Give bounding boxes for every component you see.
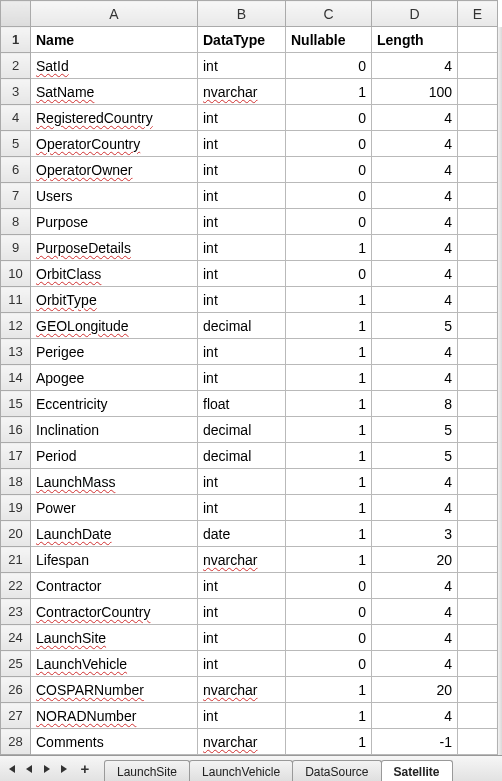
cell[interactable] xyxy=(458,469,498,495)
row-header[interactable]: 16 xyxy=(1,417,31,443)
sheet-tab[interactable]: LaunchVehicle xyxy=(189,760,293,781)
table-row[interactable]: 1 Name DataType Nullable Length xyxy=(1,27,498,53)
cell[interactable] xyxy=(458,365,498,391)
cell[interactable] xyxy=(458,287,498,313)
cell[interactable] xyxy=(458,599,498,625)
cell[interactable]: Contractor xyxy=(31,573,198,599)
cell[interactable]: 0 xyxy=(286,53,372,79)
cell[interactable] xyxy=(458,417,498,443)
cell[interactable]: 0 xyxy=(286,261,372,287)
table-row[interactable]: 19Powerint14 xyxy=(1,495,498,521)
table-row[interactable]: 2SatIdint04 xyxy=(1,53,498,79)
table-row[interactable]: 25LaunchVehicleint04 xyxy=(1,651,498,677)
cell[interactable]: 4 xyxy=(372,53,458,79)
cell[interactable]: 0 xyxy=(286,131,372,157)
cell[interactable]: 5 xyxy=(372,313,458,339)
cell[interactable]: int xyxy=(198,495,286,521)
cell[interactable]: RegisteredCountry xyxy=(31,105,198,131)
cell[interactable]: int xyxy=(198,261,286,287)
table-row[interactable]: 22Contractorint04 xyxy=(1,573,498,599)
cell[interactable] xyxy=(458,157,498,183)
cell[interactable] xyxy=(458,53,498,79)
cell[interactable]: int xyxy=(198,599,286,625)
cell[interactable]: 1 xyxy=(286,339,372,365)
col-header-D[interactable]: D xyxy=(372,1,458,27)
cell[interactable]: 4 xyxy=(372,469,458,495)
cell[interactable]: NORADNumber xyxy=(31,703,198,729)
cell[interactable]: 4 xyxy=(372,131,458,157)
prev-sheet-icon[interactable] xyxy=(20,759,38,779)
cell[interactable]: Comments xyxy=(31,729,198,755)
cell[interactable]: 4 xyxy=(372,209,458,235)
cell[interactable]: GEOLongitude xyxy=(31,313,198,339)
col-header-E[interactable]: E xyxy=(458,1,498,27)
cell[interactable] xyxy=(458,105,498,131)
cell[interactable] xyxy=(458,209,498,235)
cell[interactable]: ContractorCountry xyxy=(31,599,198,625)
cell[interactable]: Name xyxy=(31,27,198,53)
table-row[interactable]: 17Perioddecimal15 xyxy=(1,443,498,469)
cell[interactable]: int xyxy=(198,53,286,79)
row-header[interactable]: 28 xyxy=(1,729,31,755)
cell[interactable]: 0 xyxy=(286,573,372,599)
row-header[interactable]: 1 xyxy=(1,27,31,53)
cell[interactable]: nvarchar xyxy=(198,547,286,573)
cell[interactable]: 4 xyxy=(372,365,458,391)
table-row[interactable]: 28Commentsnvarchar1-1 xyxy=(1,729,498,755)
cell[interactable]: Perigee xyxy=(31,339,198,365)
cell[interactable]: SatId xyxy=(31,53,198,79)
table-row[interactable]: 9PurposeDetailsint14 xyxy=(1,235,498,261)
cell[interactable]: PurposeDetails xyxy=(31,235,198,261)
sheet-tab[interactable]: DataSource xyxy=(292,760,381,781)
cell[interactable]: 5 xyxy=(372,443,458,469)
cell[interactable]: 0 xyxy=(286,209,372,235)
cell[interactable]: int xyxy=(198,651,286,677)
cell[interactable]: 4 xyxy=(372,183,458,209)
cell[interactable]: decimal xyxy=(198,417,286,443)
cell[interactable]: LaunchMass xyxy=(31,469,198,495)
cell[interactable] xyxy=(458,573,498,599)
cell[interactable] xyxy=(458,729,498,755)
cell[interactable] xyxy=(458,443,498,469)
cell[interactable]: OperatorOwner xyxy=(31,157,198,183)
cell[interactable]: 4 xyxy=(372,157,458,183)
cell[interactable]: OrbitClass xyxy=(31,261,198,287)
row-header[interactable]: 13 xyxy=(1,339,31,365)
table-row[interactable]: 18LaunchMassint14 xyxy=(1,469,498,495)
cell[interactable]: 4 xyxy=(372,651,458,677)
col-header-C[interactable]: C xyxy=(286,1,372,27)
cell[interactable]: 1 xyxy=(286,287,372,313)
cell[interactable] xyxy=(458,235,498,261)
table-row[interactable]: 10OrbitClassint04 xyxy=(1,261,498,287)
cell[interactable] xyxy=(458,313,498,339)
cell[interactable]: nvarchar xyxy=(198,729,286,755)
cell[interactable]: decimal xyxy=(198,443,286,469)
cell[interactable]: 0 xyxy=(286,157,372,183)
table-row[interactable]: 15Eccentricityfloat18 xyxy=(1,391,498,417)
cell[interactable]: 1 xyxy=(286,469,372,495)
cell[interactable]: int xyxy=(198,703,286,729)
sheet-tab[interactable]: Satellite xyxy=(381,760,453,781)
table-row[interactable]: 6OperatorOwnerint04 xyxy=(1,157,498,183)
cell[interactable]: 4 xyxy=(372,261,458,287)
cell[interactable]: -1 xyxy=(372,729,458,755)
cell[interactable]: int xyxy=(198,339,286,365)
cell[interactable]: OperatorCountry xyxy=(31,131,198,157)
row-header[interactable]: 14 xyxy=(1,365,31,391)
cell[interactable] xyxy=(458,547,498,573)
cell[interactable] xyxy=(458,261,498,287)
cell[interactable]: int xyxy=(198,183,286,209)
row-header[interactable]: 12 xyxy=(1,313,31,339)
row-header[interactable]: 19 xyxy=(1,495,31,521)
cell[interactable]: Power xyxy=(31,495,198,521)
cell[interactable]: Period xyxy=(31,443,198,469)
cell[interactable]: 1 xyxy=(286,79,372,105)
cell[interactable]: nvarchar xyxy=(198,79,286,105)
cell[interactable]: 0 xyxy=(286,651,372,677)
table-row[interactable]: 20LaunchDatedate13 xyxy=(1,521,498,547)
cell[interactable]: 1 xyxy=(286,391,372,417)
cell[interactable]: Users xyxy=(31,183,198,209)
cell[interactable]: decimal xyxy=(198,313,286,339)
table-row[interactable]: 5OperatorCountryint04 xyxy=(1,131,498,157)
cell[interactable]: LaunchDate xyxy=(31,521,198,547)
